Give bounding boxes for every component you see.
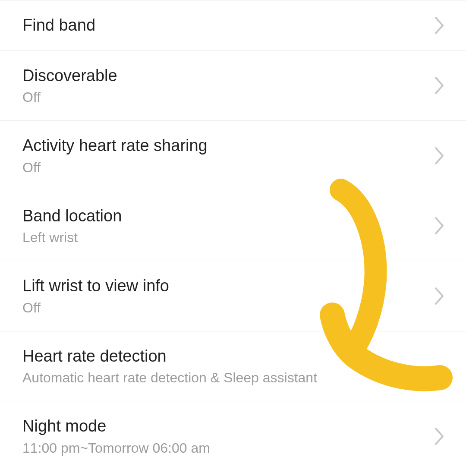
settings-item-night-mode[interactable]: Night mode 11:00 pm~Tomorrow 06:00 am xyxy=(0,401,466,471)
settings-item-lift-wrist-to-view-info[interactable]: Lift wrist to view info Off xyxy=(0,261,466,331)
chevron-right-icon xyxy=(434,427,445,446)
row-title: Find band xyxy=(22,15,95,36)
row-title: Activity heart rate sharing xyxy=(22,136,208,156)
settings-item-band-location[interactable]: Band location Left wrist xyxy=(0,191,466,262)
row-text: Band location Left wrist xyxy=(22,206,122,246)
settings-item-find-band[interactable]: Find band xyxy=(0,0,466,51)
row-subtitle: Left wrist xyxy=(22,229,122,246)
row-title: Discoverable xyxy=(22,66,117,86)
settings-item-activity-heart-rate-sharing[interactable]: Activity heart rate sharing Off xyxy=(0,121,466,191)
row-subtitle: 11:00 pm~Tomorrow 06:00 am xyxy=(22,439,210,457)
row-text: Discoverable Off xyxy=(22,66,117,106)
row-title: Lift wrist to view info xyxy=(22,276,169,296)
chevron-right-icon xyxy=(434,16,445,35)
row-text: Find band xyxy=(22,15,95,36)
row-subtitle: Off xyxy=(22,159,208,176)
row-text: Night mode 11:00 pm~Tomorrow 06:00 am xyxy=(22,416,210,457)
row-text: Activity heart rate sharing Off xyxy=(22,136,208,176)
row-title: Heart rate detection xyxy=(22,346,317,367)
chevron-right-icon xyxy=(434,76,445,95)
settings-item-heart-rate-detection[interactable]: Heart rate detection Automatic heart rat… xyxy=(0,331,466,402)
row-subtitle: Off xyxy=(22,88,117,106)
settings-item-discoverable[interactable]: Discoverable Off xyxy=(0,51,466,121)
row-text: Heart rate detection Automatic heart rat… xyxy=(22,346,317,387)
chevron-right-icon xyxy=(434,287,445,306)
settings-list: Find band Discoverable Off Activity hear… xyxy=(0,0,466,471)
row-text: Lift wrist to view info Off xyxy=(22,276,169,316)
row-title: Band location xyxy=(22,206,122,227)
row-title: Night mode xyxy=(22,416,210,437)
row-subtitle: Automatic heart rate detection & Sleep a… xyxy=(22,369,317,386)
row-subtitle: Off xyxy=(22,299,169,316)
chevron-right-icon xyxy=(434,146,445,165)
chevron-right-icon xyxy=(434,216,445,235)
